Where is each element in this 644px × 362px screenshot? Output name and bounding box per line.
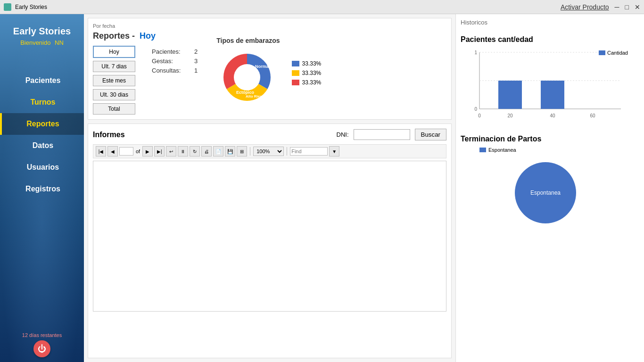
close-button[interactable]: ✕ xyxy=(635,3,640,11)
toggle-button[interactable]: ⊞ xyxy=(237,146,247,156)
bar-legend-label: Cantidad xyxy=(607,50,628,56)
legend-altoriesgo-color xyxy=(292,80,299,85)
zoom-select[interactable]: 100% 75% 50% 150% 200% xyxy=(253,147,284,156)
legend-ectopico-color xyxy=(292,70,299,76)
svg-text:20: 20 xyxy=(507,113,513,118)
report-section: Por fecha Reportes - Hoy Hoy Ult. 7 dias… xyxy=(88,18,452,120)
informes-title: Informes xyxy=(93,131,332,139)
donut-legend: 33.33% 33.33% 33.33% xyxy=(292,60,322,86)
report-section-label: Por fecha xyxy=(93,23,446,29)
report-viewer xyxy=(93,161,446,312)
sidebar-welcome: Bienvenido NN xyxy=(20,39,64,46)
print-preview-button[interactable]: 📄 xyxy=(213,146,223,156)
sidebar-item-usuarios[interactable]: Usuarios xyxy=(0,156,84,178)
buscar-button[interactable]: Buscar xyxy=(415,129,446,140)
svg-text:0: 0 xyxy=(478,113,481,118)
export-button[interactable]: 💾 xyxy=(225,146,235,156)
prev-page-button[interactable]: ◀ xyxy=(107,146,118,156)
informes-section: Informes DNI: Buscar |◀ ◀ of ▶ ▶| ↩ ⏸ ↻ … xyxy=(88,123,452,358)
bar-legend-color xyxy=(599,50,605,55)
btn-ult7[interactable]: Ult. 7 dias xyxy=(93,61,135,72)
maximize-button[interactable]: □ xyxy=(625,3,629,11)
svg-text:1: 1 xyxy=(474,50,477,55)
donut-chart-section: Tipos de embarazos Norm xyxy=(216,31,321,115)
dni-input[interactable] xyxy=(354,129,410,140)
pie-legend-color xyxy=(479,148,486,152)
btn-hoy[interactable]: Hoy xyxy=(93,46,135,58)
title-bar: Early Stories Activar Producto ─ □ ✕ xyxy=(0,0,644,14)
pie-chart-svg: Espontanea xyxy=(503,157,597,228)
sidebar-title: Early Stories xyxy=(13,26,71,37)
main-content: Por fecha Reportes - Hoy Hoy Ult. 7 dias… xyxy=(84,14,455,362)
report-title: Reportes - Hoy xyxy=(93,31,198,41)
power-button[interactable]: ⏻ xyxy=(33,340,50,357)
donut-chart: Normal Ectópico Alto Riesgo xyxy=(216,47,278,108)
sidebar: Early Stories Bienvenido NN Pacientes Tu… xyxy=(0,14,84,362)
svg-text:60: 60 xyxy=(590,113,595,118)
report-toolbar: |◀ ◀ of ▶ ▶| ↩ ⏸ ↻ 🖨 📄 💾 ⊞ 100% 75% 50% … xyxy=(93,144,446,158)
last-page-button[interactable]: ▶| xyxy=(154,146,165,156)
btn-estemes[interactable]: Este mes xyxy=(93,75,135,86)
of-label: of xyxy=(136,148,140,154)
sidebar-item-datos[interactable]: Datos xyxy=(0,135,84,156)
svg-text:Normal: Normal xyxy=(255,64,270,69)
svg-rect-10 xyxy=(498,81,522,109)
svg-rect-11 xyxy=(541,81,564,109)
sidebar-item-turnos[interactable]: Turnos xyxy=(0,91,84,113)
sidebar-item-registros[interactable]: Registros xyxy=(0,178,84,200)
first-page-button[interactable]: |◀ xyxy=(96,146,106,156)
svg-text:Alto Riesgo: Alto Riesgo xyxy=(246,94,267,99)
btn-total[interactable]: Total xyxy=(93,103,135,115)
app-icon xyxy=(4,3,11,11)
btn-ult30[interactable]: Ult. 30 dias xyxy=(93,89,135,100)
historicos-label: Historicos xyxy=(461,19,639,26)
historicos-panel: Historicos Pacientes cant/edad Cantidad xyxy=(455,14,644,362)
dni-label: DNI: xyxy=(337,131,349,138)
app-title: Early Stories xyxy=(15,4,47,10)
pie-chart-section: Terminacion de Partos Espontanea Esponta… xyxy=(461,135,639,228)
stop-button[interactable]: ⏸ xyxy=(178,146,188,156)
refresh-button[interactable]: ↻ xyxy=(190,146,200,156)
svg-text:0: 0 xyxy=(474,107,477,112)
donut-title: Tipos de embarazos xyxy=(216,37,280,44)
back-button[interactable]: ↩ xyxy=(166,146,176,156)
print-button[interactable]: 🖨 xyxy=(201,146,212,156)
next-page-button[interactable]: ▶ xyxy=(142,146,153,156)
svg-text:Espontanea: Espontanea xyxy=(530,189,560,196)
bar-chart-svg: 1 0 0 20 40 60 xyxy=(461,48,630,128)
activate-link[interactable]: Activar Producto xyxy=(561,3,609,11)
bar-chart-title: Pacientes cant/edad xyxy=(461,35,639,44)
report-stats: Pacientes: 2 Gestas: 3 Consultas: 1 xyxy=(142,48,198,115)
period-buttons: Hoy Ult. 7 dias Este mes Ult. 30 dias To… xyxy=(93,46,135,115)
pie-legend-label: Espontanea xyxy=(488,147,516,153)
find-input[interactable] xyxy=(290,147,328,156)
bar-chart-section: Pacientes cant/edad Cantidad 1 xyxy=(461,35,639,128)
sidebar-item-reportes[interactable]: Reportes xyxy=(0,113,84,135)
legend-normal-color xyxy=(292,61,299,66)
svg-text:40: 40 xyxy=(550,113,555,118)
pie-chart-title: Terminacion de Partos xyxy=(461,135,639,143)
sidebar-nav: Pacientes Turnos Reportes Datos Usuarios… xyxy=(0,70,84,200)
find-dropdown-button[interactable]: ▼ xyxy=(329,146,339,156)
days-remaining: 12 días restantes xyxy=(22,332,62,338)
sidebar-item-pacientes[interactable]: Pacientes xyxy=(0,70,84,91)
minimize-button[interactable]: ─ xyxy=(615,3,619,11)
page-number-input[interactable] xyxy=(119,147,133,156)
